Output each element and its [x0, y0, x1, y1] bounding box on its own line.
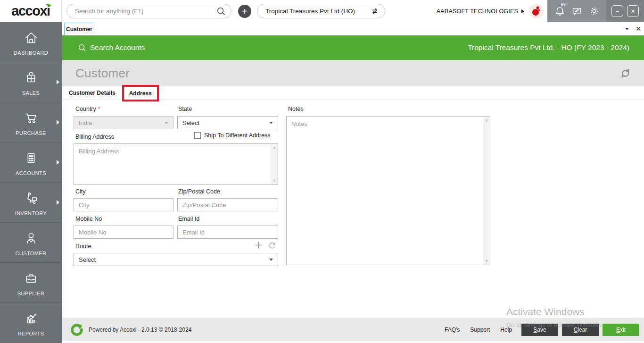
search-icon[interactable]: [216, 7, 225, 16]
chevron-down-icon: [165, 122, 168, 124]
tab-list-dropdown-icon[interactable]: [625, 28, 629, 30]
page-title-bar: Customer: [62, 60, 644, 86]
footer-bar: Powered by Accoxi - 2.0.13 © 2018-2024 F…: [62, 318, 644, 341]
required-asterisk: *: [98, 106, 100, 112]
billing-address-scrollbar[interactable]: ∧∨: [271, 144, 278, 184]
window-controls: – ✕: [606, 0, 644, 22]
tab-close-icon[interactable]: ✕: [636, 25, 641, 32]
tab-customer-details[interactable]: Customer Details: [69, 90, 116, 96]
tab-customer[interactable]: Customer: [64, 23, 94, 35]
sidebar-item-label: PURCHASE: [16, 130, 46, 136]
accoxi-logo: accoxi: [0, 0, 62, 22]
search-icon: [78, 43, 86, 52]
main-area: Customer ✕ Search Accounts Tropical Trea…: [62, 22, 644, 343]
company-selector[interactable]: Tropical Treasures Pvt Ltd.(HO): [257, 4, 385, 18]
notes-textarea[interactable]: [287, 117, 483, 265]
notes-textarea-wrap: ∧∨: [286, 116, 490, 265]
purchase-cart-icon: [22, 109, 40, 127]
zip-label: Zip/Postal Code: [178, 188, 220, 195]
support-link[interactable]: Support: [470, 326, 490, 333]
state-select-value: Select: [182, 119, 199, 126]
global-search[interactable]: [66, 4, 231, 18]
settings-gear-icon[interactable]: [589, 6, 599, 16]
route-label: Route: [75, 243, 91, 250]
notification-badge: 99+: [561, 2, 569, 7]
accounts-calculator-icon: [22, 149, 40, 167]
notifications-bell-icon[interactable]: 99+: [555, 6, 565, 16]
route-select[interactable]: Select: [74, 253, 278, 266]
top-header: accoxi + Tropical Treasures Pvt Ltd.(HO)…: [0, 0, 644, 22]
organization-name: AABASOFT TECHNOLOGIES: [437, 8, 518, 15]
city-input[interactable]: [74, 198, 173, 211]
search-accounts-button[interactable]: Search Accounts: [78, 43, 145, 52]
refresh-route-icon[interactable]: [268, 241, 277, 250]
sidebar-nav: DASHBOARD SALES PURCHASE ACCOUNTS INVENT…: [0, 22, 62, 343]
submenu-arrow-icon: [57, 120, 59, 125]
zip-input[interactable]: [177, 198, 278, 211]
country-select[interactable]: India: [74, 116, 173, 129]
sidebar-item-label: ACCOUNTS: [16, 170, 46, 176]
switch-company-icon[interactable]: [371, 7, 379, 16]
address-tab-highlight-annotation: Address: [122, 85, 159, 101]
clear-button[interactable]: Clear: [562, 324, 599, 336]
powered-by-text: Powered by Accoxi - 2.0.13 © 2018-2024: [89, 326, 191, 333]
sidebar-item-label: DASHBOARD: [14, 50, 48, 56]
billing-address-textarea[interactable]: [74, 144, 271, 184]
company-selector-value: Tropical Treasures Pvt Ltd.(HO): [265, 8, 371, 15]
submenu-arrow-icon: [57, 200, 59, 205]
address-form: Country* State Notes India Select ∧∨ Bil…: [62, 100, 644, 320]
sidebar-item-inventory[interactable]: INVENTORY: [0, 183, 62, 223]
mobile-input[interactable]: [74, 226, 173, 239]
tab-address[interactable]: Address: [129, 90, 152, 97]
inventory-trolley-icon: [22, 189, 40, 207]
sidebar-item-label: CUSTOMER: [16, 251, 47, 256]
quick-add-button[interactable]: +: [238, 5, 251, 18]
customer-subtabs: Customer Details Address: [62, 86, 644, 100]
sidebar-item-reports[interactable]: REPORTS: [0, 303, 62, 343]
logo-text: accoxi: [11, 3, 50, 19]
sidebar-item-label: REPORTS: [18, 331, 44, 336]
save-button[interactable]: Save: [521, 324, 558, 336]
ship-to-different-address-checkbox[interactable]: Ship To Different Address: [194, 132, 271, 139]
organization-menu[interactable]: AABASOFT TECHNOLOGIES: [437, 8, 524, 15]
help-link[interactable]: Help: [500, 326, 512, 333]
reports-chart-icon: [22, 310, 40, 327]
sidebar-item-accounts[interactable]: ACCOUNTS: [0, 142, 62, 183]
chevron-down-icon: [269, 122, 273, 124]
checkbox-icon[interactable]: [194, 132, 201, 139]
minimize-window-icon[interactable]: –: [611, 5, 623, 17]
search-input[interactable]: [67, 8, 216, 15]
state-label: State: [178, 106, 192, 112]
state-select[interactable]: Select: [177, 116, 278, 129]
email-input[interactable]: [177, 226, 278, 239]
route-select-value: Select: [79, 256, 96, 263]
header-icon-tray: 99+: [547, 0, 606, 22]
email-label: Email Id: [178, 216, 199, 222]
sidebar-item-sales[interactable]: SALES: [0, 62, 62, 102]
notes-label: Notes: [288, 106, 304, 112]
mobile-label: Mobile No: [75, 216, 102, 222]
company-fiscal-year: Tropical Treasures Pvt Ltd. - HO (FY 202…: [468, 43, 629, 52]
sidebar-item-customer[interactable]: CUSTOMER: [0, 223, 62, 263]
org-caret-icon: [521, 9, 524, 13]
close-window-icon[interactable]: ✕: [627, 5, 639, 17]
sidebar-item-dashboard[interactable]: DASHBOARD: [0, 22, 62, 62]
app-window: accoxi + Tropical Treasures Pvt Ltd.(HO)…: [0, 0, 644, 343]
messages-icon[interactable]: [572, 6, 582, 16]
sidebar-item-label: INVENTORY: [15, 210, 47, 216]
page-title: Customer: [75, 66, 130, 81]
dashboard-home-icon: [22, 29, 40, 47]
sidebar-item-purchase[interactable]: PURCHASE: [0, 102, 62, 142]
billing-address-textarea-wrap: ∧∨: [74, 143, 278, 185]
supplier-briefcase-icon: [22, 269, 40, 287]
refresh-icon[interactable]: [619, 67, 632, 80]
user-avatar[interactable]: [529, 4, 544, 18]
sales-bag-icon: [22, 69, 40, 87]
exit-button[interactable]: Exit: [603, 324, 639, 336]
notes-scrollbar[interactable]: ∧∨: [483, 117, 490, 265]
chevron-down-icon: [269, 259, 273, 261]
sidebar-item-supplier[interactable]: SUPPLIER: [0, 263, 62, 303]
add-route-icon[interactable]: [254, 241, 263, 250]
faq-link[interactable]: FAQ's: [445, 326, 460, 333]
accoxi-footer-logo-icon: [70, 323, 83, 336]
